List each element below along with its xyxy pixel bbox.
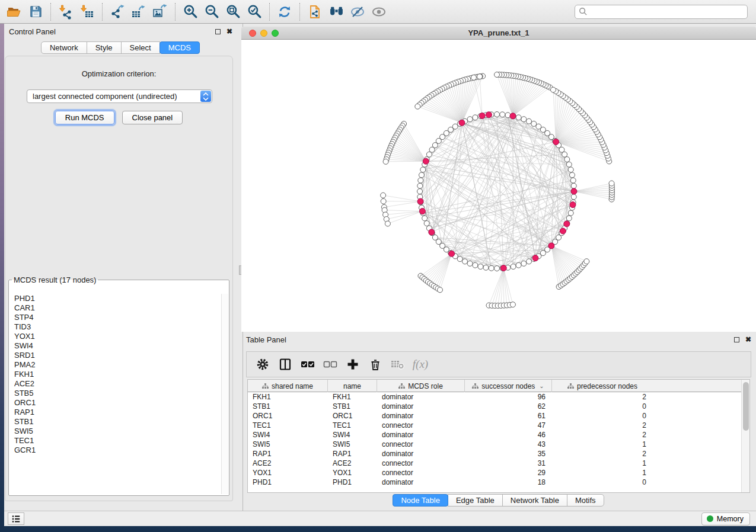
column-header-name[interactable]: name [328, 380, 377, 392]
table-row[interactable]: RAP1RAP1dominator352 [248, 449, 741, 459]
mcds-result-item[interactable]: PMA2 [14, 360, 221, 370]
table-toolbar: f(x) [246, 351, 751, 377]
run-mcds-button[interactable]: Run MCDS [55, 111, 114, 124]
table-cell: 1 [552, 468, 653, 477]
mcds-result-item[interactable]: SWI4 [14, 341, 221, 351]
select-all-rows-button[interactable] [298, 354, 318, 375]
table-scrollbar[interactable] [741, 380, 749, 492]
mcds-result-item[interactable]: FKH1 [14, 370, 221, 379]
zoom-selected-button[interactable] [244, 2, 265, 22]
table-row[interactable]: SWI4SWI4dominator462 [248, 430, 741, 440]
import-network-button[interactable] [55, 2, 76, 22]
eye-icon [371, 4, 387, 20]
binoculars-button[interactable] [326, 2, 347, 22]
column-header-MCDS-role[interactable]: MCDS role [377, 380, 465, 392]
deselect-all-rows-button[interactable] [320, 354, 340, 375]
tab-motifs[interactable]: Motifs [567, 494, 604, 507]
tab-style[interactable]: Style [87, 41, 122, 54]
network-window-titlebar[interactable]: YPA_prune.txt_1 [241, 27, 756, 40]
table-cell: 31 [465, 459, 552, 468]
save-floppy-icon [28, 4, 43, 19]
table-row[interactable]: FKH1FKH1dominator962 [248, 392, 741, 402]
zoom-fit-button[interactable] [222, 2, 244, 22]
show-elements-button[interactable] [368, 2, 390, 22]
tab-node-table[interactable]: Node Table [393, 494, 448, 507]
control-panel-tabs: Network Style Select MCDS [4, 41, 237, 54]
table-row[interactable]: STB1STB1dominator620 [248, 402, 741, 411]
table-row[interactable]: SWI5SWI5connector431 [248, 440, 741, 449]
delete-column-button[interactable] [365, 354, 385, 375]
plus-icon [346, 358, 359, 371]
column-header-predecessor-nodes[interactable]: predecessor nodes [552, 380, 653, 392]
mcds-result-item[interactable]: GCR1 [14, 446, 221, 455]
network-graph[interactable] [241, 40, 756, 332]
zoom-out-button[interactable] [201, 2, 222, 22]
mcds-result-item[interactable]: STB1 [14, 417, 221, 427]
tab-edge-table[interactable]: Edge Table [448, 494, 503, 507]
close-panel-icon[interactable]: ✖ [227, 27, 232, 36]
optimization-criterion-label: Optimization criterion: [5, 69, 232, 78]
mcds-result-item[interactable]: SRD1 [14, 351, 221, 360]
export-table-icon [131, 4, 146, 20]
add-column-button[interactable] [343, 354, 363, 375]
zoom-in-button[interactable] [180, 2, 201, 22]
export-image-button[interactable] [149, 2, 171, 22]
float-table-panel-icon[interactable] [734, 337, 739, 342]
import-table-button[interactable] [76, 2, 98, 22]
float-panel-icon[interactable] [215, 29, 221, 34]
tab-select[interactable]: Select [121, 41, 160, 54]
toolbar-separator [50, 3, 51, 21]
tab-network-table[interactable]: Network Table [502, 494, 567, 507]
mcds-result-item[interactable]: STP4 [14, 313, 221, 322]
table-row[interactable]: TEC1TEC1connector472 [248, 421, 741, 430]
mcds-scrollbar[interactable] [221, 294, 228, 494]
network-title: YPA_prune.txt_1 [241, 28, 756, 37]
column-header-successor-nodes[interactable]: successor nodes⌄ [465, 380, 552, 392]
fx-icon: f(x) [413, 358, 428, 371]
delete-table-button-disabled [388, 354, 408, 375]
show-columns-button[interactable] [275, 354, 295, 375]
zoom-out-icon [205, 4, 219, 19]
table-cell: RAP1 [328, 449, 377, 459]
column-header-shared-name[interactable]: shared name [248, 380, 328, 392]
memory-status-icon [707, 515, 713, 522]
memory-button[interactable]: Memory [701, 512, 750, 525]
mcds-result-item[interactable]: YOX1 [14, 332, 221, 341]
status-bar: Memory [4, 511, 756, 526]
network-document-button[interactable] [304, 2, 326, 22]
search-box [575, 5, 748, 19]
network-canvas[interactable] [241, 40, 756, 332]
mcds-result-item[interactable]: ORC1 [14, 398, 221, 408]
mcds-result-item[interactable]: STB5 [14, 389, 221, 398]
search-input[interactable] [588, 6, 747, 18]
mcds-result-item[interactable]: TEC1 [14, 436, 221, 446]
table-cell: 47 [465, 421, 552, 430]
mcds-result-item[interactable]: ACE2 [14, 379, 221, 389]
table-row[interactable]: ACE2ACE2connector311 [248, 459, 741, 468]
export-table-button[interactable] [128, 2, 149, 22]
mcds-result-item[interactable]: TID3 [14, 322, 221, 332]
mcds-result-item[interactable]: CAR1 [14, 303, 221, 313]
save-button[interactable] [25, 2, 46, 22]
mcds-result-item[interactable]: SWI5 [14, 427, 221, 436]
tab-network[interactable]: Network [41, 41, 87, 54]
table-row[interactable]: PHD1PHD1dominator180 [248, 477, 741, 487]
criterion-select[interactable]: largest connected component (undirected) [27, 89, 212, 103]
hide-elements-button[interactable] [347, 2, 368, 22]
mcds-result-item[interactable]: RAP1 [14, 408, 221, 417]
table-row[interactable]: ORC1ORC1dominator610 [248, 411, 741, 421]
table-cell: YOX1 [248, 468, 328, 477]
close-panel-button[interactable]: Close panel [122, 111, 183, 124]
tab-mcds[interactable]: MCDS [160, 41, 200, 54]
close-table-panel-icon[interactable]: ✖ [745, 335, 751, 344]
task-history-button[interactable] [8, 512, 24, 525]
table-row[interactable]: YOX1YOX1connector291 [248, 468, 741, 477]
table-tabs: Node Table Edge Table Network Table Moti… [241, 494, 756, 507]
open-folder-button[interactable] [4, 2, 25, 22]
table-header-row: shared namenameMCDS rolesuccessor nodes⌄… [248, 380, 741, 392]
table-scrollbar-thumb[interactable] [743, 382, 749, 431]
refresh-button[interactable] [274, 2, 295, 22]
mcds-result-item[interactable]: PHD1 [14, 294, 221, 303]
table-settings-button[interactable] [253, 354, 273, 375]
export-network-button[interactable] [107, 2, 128, 22]
